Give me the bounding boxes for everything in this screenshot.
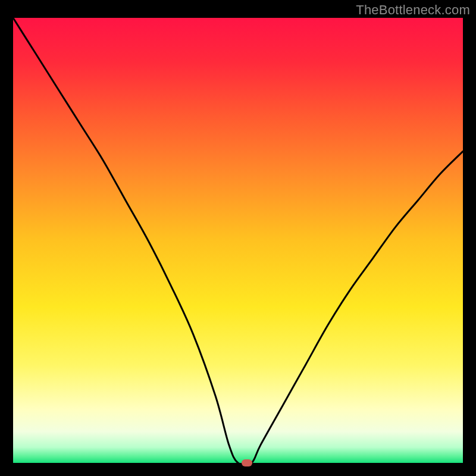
chart-frame: TheBottleneck.com xyxy=(0,0,476,476)
optimal-point-marker xyxy=(242,459,252,466)
watermark-text: TheBottleneck.com xyxy=(356,2,470,18)
plot-area xyxy=(13,18,463,463)
chart-svg xyxy=(13,18,463,463)
gradient-background xyxy=(13,18,463,463)
